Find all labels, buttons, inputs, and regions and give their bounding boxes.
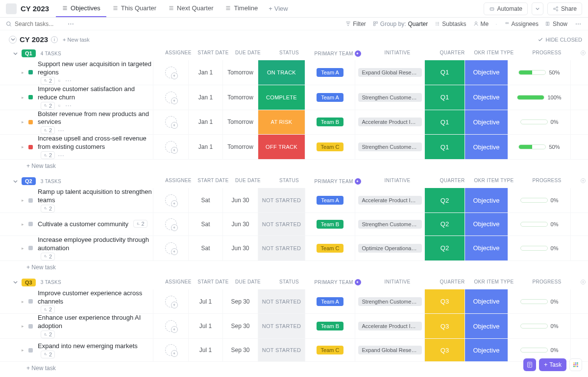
subtask-count[interactable]: 2 [41,330,55,338]
status-cell[interactable]: NOT STARTED [258,289,305,314]
col-quarter[interactable]: Quarter [432,50,472,57]
col-due[interactable]: Due Date [230,178,266,185]
share-button[interactable]: Share [547,2,582,15]
team-cell[interactable]: Team A [305,60,355,85]
initiative-cell[interactable]: Accelerate Product Innovation [355,110,424,135]
quarter-cell[interactable]: Q2 [424,213,465,236]
due-date-cell[interactable]: Jun 30 [222,213,258,236]
quarter-cell[interactable]: Q1 [424,135,465,159]
status-dot[interactable] [28,198,33,203]
new-task-top[interactable]: + New task [63,37,90,43]
task-menu-icon[interactable]: ⋯ [58,152,64,159]
avatar-empty[interactable] [165,218,177,230]
quarter-cell[interactable]: Q2 [424,188,465,212]
initiative-cell[interactable]: Expand Global Research [355,60,424,85]
col-quarter[interactable]: Quarter [432,178,472,185]
col-status[interactable]: Status [266,178,313,185]
status-dot[interactable] [28,222,33,226]
col-team[interactable]: Primary Team✦ [313,279,363,286]
initiative-cell[interactable]: Strengthen Customer Retenti... [355,135,424,159]
progress-cell[interactable]: 0% [508,110,570,135]
okr-cell[interactable]: Objective [465,85,508,110]
avatar-empty[interactable] [165,141,177,153]
due-date-cell[interactable]: Jun 30 [222,236,258,260]
initiative-cell[interactable]: Strengthen Customer Retenti... [355,289,424,314]
quarter-cell[interactable]: Q3 [424,314,465,338]
col-progress[interactable]: Progress [515,279,578,286]
status-dot[interactable] [28,95,33,99]
subtask-count[interactable]: 2 [41,253,55,260]
task-title[interactable]: Improve customer satisfaction and reduce… [38,82,135,104]
task-title[interactable]: Cultivate a customer community [38,217,128,231]
okr-cell[interactable]: Objective [465,110,508,135]
col-okr[interactable]: OKR Item Type [472,178,515,185]
col-progress[interactable]: Progress [515,178,578,185]
col-assignee[interactable]: Assignee [161,50,196,57]
expand-icon[interactable]: ▸ [22,324,25,329]
due-date-cell[interactable]: Sep 30 [222,314,258,338]
okr-cell[interactable]: Objective [465,314,508,338]
status-dot[interactable] [28,246,33,250]
expand-icon[interactable]: ▸ [22,299,25,304]
expand-icon[interactable]: ▸ [22,198,25,203]
view-tab-this-quarter[interactable]: This Quarter [106,0,162,17]
status-dot[interactable] [28,324,33,329]
group-badge[interactable]: Q2 [22,177,36,185]
progress-cell[interactable]: 0% [508,289,570,314]
progress-cell[interactable]: 0% [508,314,570,338]
group-toggle[interactable] [12,279,19,286]
groupby-button[interactable]: Group by: Quarter [373,21,428,27]
group-toggle[interactable] [12,50,19,57]
show-button[interactable]: Show [545,21,567,27]
col-start[interactable]: Start Date [196,50,230,57]
toolbar-more-icon[interactable]: ⋯ [574,21,582,27]
quarter-cell[interactable]: Q1 [424,110,465,135]
hide-closed-button[interactable]: HIDE CLOSED [538,37,582,43]
status-dot[interactable] [28,145,33,149]
quarter-cell[interactable]: Q2 [424,236,465,260]
expand-icon[interactable]: ▸ [22,222,25,227]
progress-cell[interactable]: 100% [508,85,570,110]
okr-cell[interactable]: Objective [465,188,508,212]
initiative-cell[interactable]: Optimize Operational Efficien... [355,236,424,260]
start-date-cell[interactable]: Jan 1 [188,85,222,110]
me-button[interactable]: Me [473,21,489,27]
avatar-empty[interactable] [165,67,177,78]
group-badge[interactable]: Q1 [22,49,36,57]
avatar-empty[interactable] [165,194,177,206]
task-title[interactable]: Ramp up talent acquisition to strengthen… [38,185,152,207]
subtask-count[interactable]: 2 [41,151,55,159]
status-cell[interactable]: OFF TRACK [258,135,305,159]
initiative-cell[interactable]: Expand Global Research [355,339,424,361]
status-cell[interactable]: NOT STARTED [258,188,305,212]
assignee-cell[interactable] [153,314,188,338]
col-status[interactable]: Status [266,50,313,57]
search-input[interactable] [15,21,64,27]
assignee-cell[interactable] [153,135,188,159]
okr-cell[interactable]: Objective [465,289,508,314]
assignee-cell[interactable] [153,213,188,236]
automate-button[interactable]: Automate [484,2,528,15]
page-title[interactable]: CY 2023 [21,4,49,13]
quarter-cell[interactable]: Q3 [424,339,465,361]
add-column-button[interactable] [578,178,588,185]
progress-cell[interactable]: 0% [508,236,570,260]
subtask-count[interactable]: 2 [133,220,147,228]
quarter-cell[interactable]: Q3 [424,289,465,314]
progress-cell[interactable]: 50% [508,60,570,85]
collapse-all-toggle[interactable] [9,36,17,44]
due-date-cell[interactable]: Jun 30 [222,188,258,212]
initiative-cell[interactable]: Strengthen Customer Retenti... [355,213,424,236]
team-cell[interactable]: Team A [305,85,355,110]
col-status[interactable]: Status [266,279,313,286]
assignee-cell[interactable] [153,339,188,361]
team-cell[interactable]: Team B [305,314,355,338]
assignee-cell[interactable] [153,188,188,212]
due-date-cell[interactable]: Tomorrow [222,85,258,110]
team-cell[interactable]: Team C [305,236,355,260]
assignee-cell[interactable] [153,85,188,110]
task-title[interactable]: Improve customer experience across chann… [38,286,142,308]
avatar-empty[interactable] [165,116,177,128]
okr-cell[interactable]: Objective [465,135,508,159]
team-cell[interactable]: Team C [305,339,355,361]
